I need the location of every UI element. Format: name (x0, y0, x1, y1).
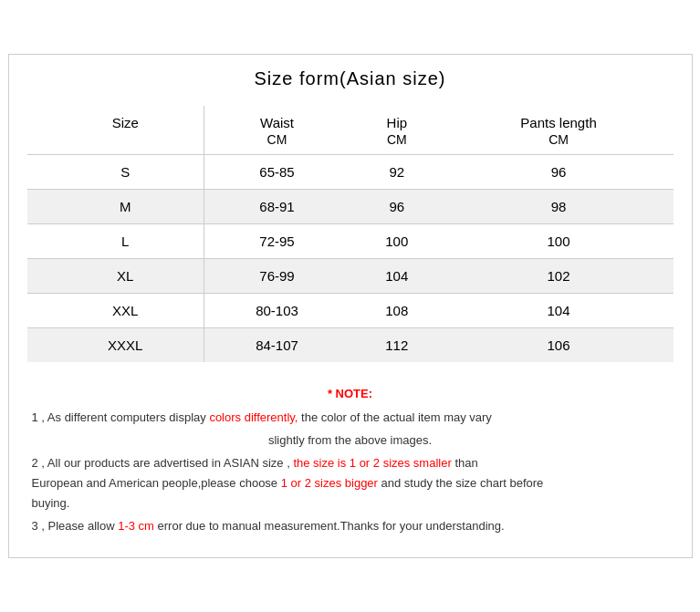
note3-red: 1-3 cm (118, 519, 154, 533)
col-header-waist: Waist (204, 106, 350, 132)
cell-size: M (27, 189, 204, 223)
cell-pants: 102 (444, 258, 674, 293)
cell-size: L (27, 223, 204, 258)
note1-pre: 1 , As different computers display (32, 410, 210, 424)
note-section: * NOTE: 1 , As different computers displ… (27, 384, 674, 537)
note2-red1: the size is 1 or 2 sizes smaller (293, 456, 451, 470)
unit-waist: CM (204, 132, 350, 155)
unit-pants: CM (444, 132, 674, 155)
note1-red: colors differently, (209, 410, 298, 424)
table-row: L72-95100100 (27, 223, 674, 258)
col-header-pants: Pants length (444, 106, 674, 132)
cell-pants: 106 (444, 327, 674, 362)
table-row: XXXL84-107112106 (27, 327, 674, 362)
cell-size: S (27, 154, 204, 189)
cell-pants: 96 (444, 154, 674, 189)
cell-hip: 96 (350, 189, 444, 223)
table-row: XL76-99104102 (27, 258, 674, 293)
table-row: XXL80-103108104 (27, 293, 674, 327)
cell-size: XXL (27, 293, 204, 327)
note2-pre: 2 , All our products are advertised in A… (32, 456, 294, 470)
main-container: Size form(Asian size) Size Waist Hip Pan… (8, 54, 693, 559)
note-line-3: 3 , Please allow 1-3 cm error due to man… (32, 516, 669, 536)
cell-pants: 104 (444, 293, 674, 327)
note3-pre: 3 , Please allow (32, 519, 119, 533)
note-line-1: 1 , As different computers display color… (32, 408, 669, 428)
note2-red2: 1 or 2 sizes bigger (281, 476, 378, 490)
cell-waist: 84-107 (204, 327, 350, 362)
cell-hip: 112 (350, 327, 444, 362)
cell-pants: 98 (444, 189, 674, 223)
cell-hip: 100 (350, 223, 444, 258)
col-header-hip: Hip (350, 106, 444, 132)
cell-waist: 80-103 (204, 293, 350, 327)
note3-post: error due to manual measurement.Thanks f… (154, 519, 505, 533)
cell-size: XL (27, 258, 204, 293)
cell-hip: 92 (350, 154, 444, 189)
cell-size: XXXL (27, 327, 204, 362)
size-table: Size Waist Hip Pants length CM CM CM S65… (27, 106, 674, 362)
cell-waist: 65-85 (204, 154, 350, 189)
page-title: Size form(Asian size) (27, 68, 674, 89)
note-line-2: 2 , All our products are advertised in A… (32, 453, 669, 513)
note1-post: the color of the actual item may vary (298, 410, 491, 424)
cell-waist: 68-91 (204, 189, 350, 223)
cell-hip: 104 (350, 258, 444, 293)
cell-hip: 108 (350, 293, 444, 327)
table-row: S65-859296 (27, 154, 674, 189)
note-title: * NOTE: (32, 384, 669, 404)
table-row: M68-919698 (27, 189, 674, 223)
cell-waist: 76-99 (204, 258, 350, 293)
cell-waist: 72-95 (204, 223, 350, 258)
col-header-size: Size (27, 106, 204, 132)
unit-size (27, 132, 204, 155)
note-line-1b: slightly from the above images. (32, 430, 669, 451)
cell-pants: 100 (444, 223, 674, 258)
unit-hip: CM (350, 132, 444, 155)
